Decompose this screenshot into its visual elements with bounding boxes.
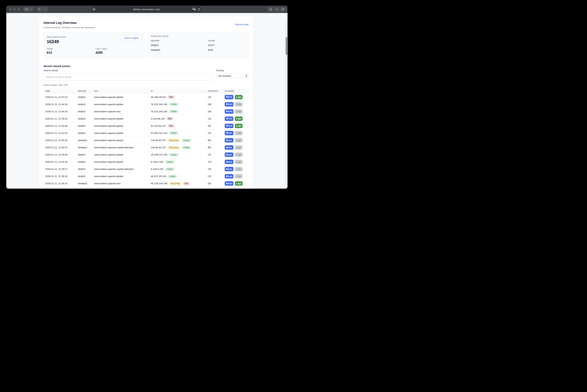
event-country: BR (208, 146, 225, 149)
logs-button[interactable]: Logs (235, 152, 243, 157)
zoom-window-button[interactable] (18, 8, 20, 10)
address-bar-actions: A (192, 8, 200, 11)
whois-button[interactable]: Whois (225, 174, 233, 178)
logs-button[interactable]: Logs (235, 124, 243, 128)
logs-button[interactable]: Logs (235, 102, 243, 106)
event-country: GB (208, 110, 225, 113)
whois-button[interactable]: Whois (225, 145, 233, 150)
whois-button[interactable]: Whois (225, 95, 233, 99)
unban-badge: Unban (168, 174, 177, 178)
event-server: rlinfp02 (78, 175, 94, 178)
sidebar-toggle-button[interactable] (25, 7, 29, 12)
events-table: Time Server Jail IP Country Actions 2026… (44, 89, 249, 187)
table-row: 2026.01.21, 21:47:23rlinfp02swissmakers-… (44, 94, 249, 101)
event-time: 2026.01.21, 21:47:23 (44, 96, 78, 98)
country-select[interactable]: All countries (216, 74, 249, 78)
event-server: rlinfp02 (78, 96, 94, 98)
logs-button[interactable]: Logs (235, 174, 243, 178)
event-actions: WhoisLogs (225, 131, 249, 135)
search-input[interactable] (44, 73, 213, 80)
event-actions: WhoisLogs (225, 95, 249, 99)
event-ip-cell: 134.65.30.157RecurringUnban (151, 146, 208, 149)
unban-badge: Unban (165, 168, 174, 171)
new-tab-button[interactable] (275, 7, 279, 12)
chevron-down-icon (31, 9, 32, 10)
event-jail: swissmakers-apache-global (94, 118, 151, 120)
recurring-badge: Recurring (168, 138, 180, 142)
table-row: 2026.01.21, 21:32:42rlinfp02swissmakers-… (44, 130, 249, 137)
ban-badge: Ban (183, 182, 190, 185)
reload-button[interactable] (198, 8, 200, 11)
address-bar[interactable]: fail2ban.swissmakers.corp A (91, 7, 202, 12)
back-button[interactable] (38, 7, 41, 12)
col-time: Time (44, 90, 78, 92)
event-server: rlwebp01 (78, 182, 94, 185)
event-jail: swissmakers-apache-global (94, 153, 151, 156)
whois-button[interactable]: Whois (225, 124, 233, 128)
minimize-window-button[interactable] (14, 8, 16, 10)
event-ip: 52.205.141.124 (151, 132, 167, 134)
event-ip-cell: 3.216.86.144Ban (151, 117, 208, 120)
whois-button[interactable]: Whois (225, 116, 233, 121)
logs-button[interactable]: Logs (235, 109, 243, 114)
event-ip: 45.139.104.168 (151, 182, 167, 185)
events-table-header: Time Server Jail IP Country Actions (44, 89, 249, 94)
whois-button[interactable]: Whois (225, 181, 233, 186)
today-label: Today (47, 48, 53, 50)
logs-button[interactable]: Logs (235, 145, 243, 150)
page-subtitle: Events stored by Fail2ban-UI across all … (44, 26, 96, 29)
whois-button[interactable]: Whois (225, 138, 233, 142)
logs-button[interactable]: Logs (235, 160, 243, 164)
logs-button[interactable]: Logs (235, 116, 243, 121)
scrollbar-thumb[interactable] (286, 37, 287, 55)
event-country: US (208, 175, 225, 178)
event-time: 2026.01.21, 21:39:10 (44, 118, 78, 120)
logs-button[interactable]: Logs (235, 167, 243, 171)
tab-overview-button[interactable] (281, 7, 285, 12)
logs-button[interactable]: Logs (235, 181, 243, 186)
translate-button[interactable]: A (192, 8, 196, 11)
sidebar-menu-button[interactable] (30, 7, 33, 12)
event-ip: 44.207.252.58 (151, 175, 166, 178)
event-ip-cell: 35.169.240.53Ban (151, 95, 208, 99)
forward-button[interactable] (44, 7, 47, 12)
whois-button[interactable]: Whois (225, 109, 233, 114)
event-ip-cell: 44.207.252.58Unban (151, 174, 208, 178)
event-ip-cell: 134.65.30.157RecurringUnban (151, 138, 208, 142)
event-server: rlwebp01 (78, 139, 94, 142)
unban-badge: Unban (169, 102, 178, 106)
event-ip: 3.216.86.144 (151, 118, 165, 120)
refresh-data-link[interactable]: Refresh data (235, 23, 249, 26)
per-server-header: Server Count (148, 40, 248, 42)
col-actions: Actions (225, 90, 249, 92)
col-server: Server (78, 90, 94, 92)
per-server-col-count: Count (208, 40, 245, 42)
logs-button[interactable]: Logs (235, 95, 243, 99)
logs-button[interactable]: Logs (235, 131, 243, 135)
logs-button[interactable]: Logs (235, 138, 243, 142)
navigation-controls (36, 7, 49, 12)
event-jail: swissmakers-apache-global (94, 175, 151, 178)
event-ip: 134.65.30.157 (151, 139, 166, 142)
sidebar-icon (25, 8, 28, 10)
back-icon (39, 8, 40, 10)
whois-button[interactable]: Whois (225, 152, 233, 157)
event-actions: WhoisLogs (225, 152, 249, 157)
ban-badge: Ban (166, 117, 173, 120)
event-time: 2026.01.21, 21:30:16 (44, 139, 78, 142)
page-title: Internal Log Overview (44, 21, 77, 25)
scrollbar-track[interactable] (285, 20, 288, 189)
event-jail: swissmakers-apache-global (94, 132, 151, 134)
close-window-button[interactable] (9, 8, 12, 10)
share-button[interactable] (269, 7, 273, 12)
ban-badge: Ban (168, 95, 175, 99)
open-insights-button[interactable]: Open insights (122, 35, 142, 41)
whois-button[interactable]: Whois (225, 160, 233, 164)
whois-button[interactable]: Whois (225, 102, 233, 106)
whois-button[interactable]: Whois (225, 167, 233, 171)
total-events-label: Total stored events (47, 36, 66, 38)
event-ip: 81.220.54.127 (151, 124, 166, 127)
event-actions: WhoisLogs (225, 109, 249, 114)
whois-button[interactable]: Whois (225, 131, 233, 135)
event-country: CN (208, 168, 225, 170)
